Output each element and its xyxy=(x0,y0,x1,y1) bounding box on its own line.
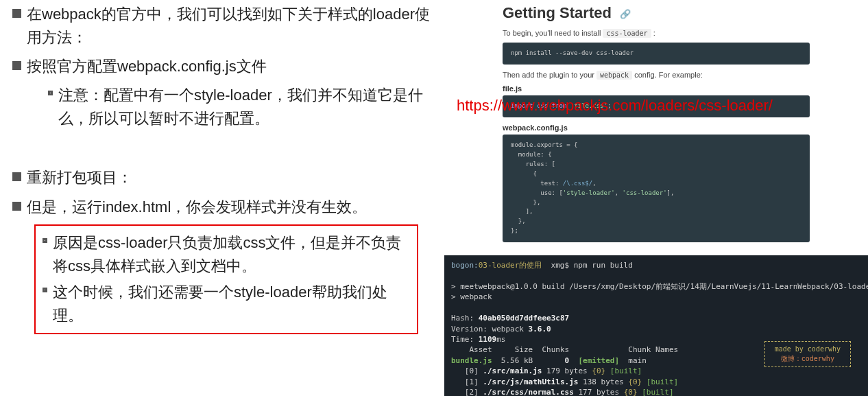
bullet-text: 重新打包项目： xyxy=(27,166,132,189)
bullet-hollow-icon xyxy=(48,91,53,95)
inline-code: webpack xyxy=(596,71,632,80)
terminal-output: bogon:03-loader的使用 xmg$ npm run build > … xyxy=(444,255,868,396)
file-label: file.js xyxy=(503,84,810,93)
bullet-item: 在webpack的官方中，我们可以找到如下关于样式的loader使用方法： xyxy=(0,3,439,49)
doc-heading: Getting Started 🔗 xyxy=(503,4,810,22)
bullet-item: 注意：配置中有一个style-loader，我们并不知道它是什么，所以可以暂时不… xyxy=(0,84,439,130)
bullet-item: 原因是css-loader只负责加载css文件，但是并不负责将css具体样式嵌入… xyxy=(43,231,410,278)
bullet-text: 但是，运行index.html，你会发现样式并没有生效。 xyxy=(27,196,367,219)
bullet-text: 在webpack的官方中，我们可以找到如下关于样式的loader使用方法： xyxy=(27,3,439,49)
bullet-item: 但是，运行index.html，你会发现样式并没有生效。 xyxy=(0,196,439,219)
watermark-l1: made by coderwhy xyxy=(775,345,841,354)
bullet-item: 这个时候，我们还需要一个style-loader帮助我们处理。 xyxy=(43,281,410,327)
bullet-text: 注意：配置中有一个style-loader，我们并不知道它是什么，所以可以暂时不… xyxy=(58,84,439,130)
bullet-icon xyxy=(12,202,21,211)
doc-paragraph: To begin, you'll need to install css-loa… xyxy=(503,29,810,37)
bullet-hollow-icon xyxy=(43,238,47,243)
bullet-icon xyxy=(12,172,21,181)
inline-code: css-loader xyxy=(603,29,651,38)
url-overlay: https://www.webpackjs.com/loaders/css-lo… xyxy=(457,97,773,115)
watermark-box: made by coderwhy微博：coderwhy xyxy=(764,341,851,367)
left-instructions: 在webpack的官方中，我们可以找到如下关于样式的loader使用方法： 按照… xyxy=(0,0,439,334)
highlighted-box: 原因是css-loader只负责加载css文件，但是并不负责将css具体样式嵌入… xyxy=(34,224,418,334)
bullet-icon xyxy=(12,9,21,18)
bullet-hollow-icon xyxy=(43,288,47,292)
bullet-text: 这个时候，我们还需要一个style-loader帮助我们处理。 xyxy=(53,281,410,327)
right-panel: Getting Started 🔗 To begin, you'll need … xyxy=(444,0,868,396)
bullet-text: 原因是css-loader只负责加载css文件，但是并不负责将css具体样式嵌入… xyxy=(53,231,410,278)
bullet-item: 重新打包项目： xyxy=(0,166,439,189)
doc-snippet: Getting Started 🔗 To begin, you'll need … xyxy=(444,0,868,255)
shell-code: npm install --save-dev css-loader xyxy=(503,43,810,65)
watermark-l2: 微博：coderwhy xyxy=(775,354,841,364)
file-label: webpack.config.js xyxy=(503,124,810,132)
config-code: module.exports = { module: { rules: [ { … xyxy=(503,135,810,242)
heading-text: Getting Started xyxy=(503,4,612,21)
doc-paragraph: Then add the plugin to your webpack conf… xyxy=(503,71,810,79)
link-icon: 🔗 xyxy=(620,9,631,19)
bullet-item: 按照官方配置webpack.config.js文件 xyxy=(0,55,439,78)
bullet-icon xyxy=(12,61,21,70)
bullet-text: 按照官方配置webpack.config.js文件 xyxy=(27,55,267,78)
